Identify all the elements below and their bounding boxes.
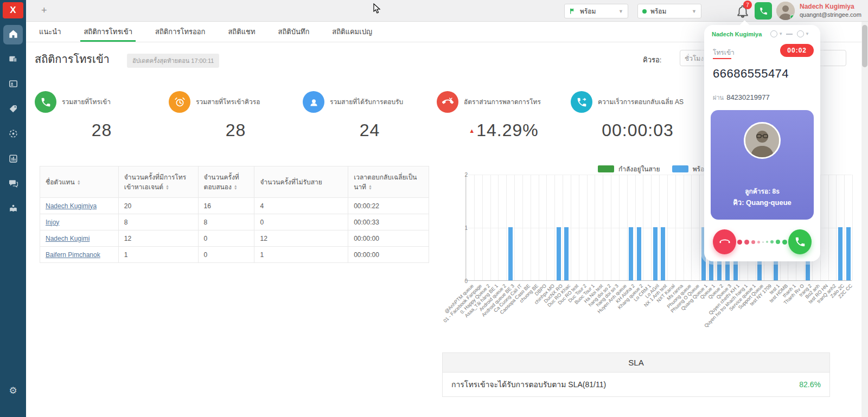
- col-avg-answer-time[interactable]: เวลาตอบกลับเฉลี่ยเป็นนาที▲▼: [348, 166, 429, 198]
- sidebar-item-campaign[interactable]: [3, 200, 23, 219]
- agent-link[interactable]: Nadech Kugimiya: [46, 202, 97, 210]
- chart-bar[interactable]: [846, 227, 851, 280]
- table-cell: 16: [198, 198, 254, 214]
- stat-label: รวมสายที่โทรเข้า: [62, 98, 111, 106]
- col-calls-to-agent[interactable]: จำนวนครั้งที่มีการโทรเข้าหาเอเจนต์▲▼: [118, 166, 198, 198]
- scrollbar-thumb[interactable]: [862, 25, 867, 67]
- stat-value: ▲14.29%: [437, 120, 571, 140]
- agent-link[interactable]: Baifern Pimchanok: [46, 251, 100, 259]
- sidebar-item-statistics[interactable]: [3, 150, 23, 169]
- chevron-down-icon: ▼: [618, 9, 623, 14]
- tab-campaign-stats[interactable]: สถิติแคมเปญ: [329, 22, 375, 42]
- chevron-down-icon[interactable]: ▼: [805, 31, 809, 36]
- incoming-call-tab[interactable]: โทรเข้า: [713, 47, 735, 57]
- sidebar-item-chat[interactable]: [3, 175, 23, 194]
- minimize-button[interactable]: [786, 34, 793, 35]
- chevron-down-icon[interactable]: ▼: [778, 31, 783, 36]
- scrollbar-track[interactable]: [861, 22, 868, 417]
- table-cell: 4: [254, 198, 348, 214]
- gridline: [474, 175, 475, 280]
- chart-bar[interactable]: [838, 227, 843, 280]
- sort-icon[interactable]: ▲▼: [165, 184, 169, 190]
- sidebar: X: [0, 0, 26, 417]
- tab-record-stats[interactable]: สถิติบันทึก: [275, 22, 312, 42]
- sidebar-item-company[interactable]: [3, 50, 23, 69]
- gridline: [554, 175, 555, 280]
- table-cell: 00:00:00: [348, 230, 429, 247]
- chart-bar[interactable]: [629, 227, 633, 280]
- legend-label-on-call[interactable]: กำลังอยู่ในสาย: [618, 164, 660, 174]
- status-dropdown-primary[interactable]: พร้อม ▼: [564, 4, 628, 18]
- legend-swatch-on-call[interactable]: [598, 165, 614, 172]
- call-via: ผ่าน84230219977: [713, 93, 770, 102]
- agent-link[interactable]: Nadech Kugimi: [46, 235, 90, 242]
- stat-value: 28: [169, 120, 303, 140]
- tab-chat-stats[interactable]: สถิติแชท: [225, 22, 258, 42]
- app-logo[interactable]: X: [3, 2, 23, 18]
- sidebar-item-tags[interactable]: [3, 100, 23, 119]
- chart-bar[interactable]: [508, 227, 513, 280]
- tab-intro[interactable]: แนะนำ: [36, 22, 64, 42]
- options-icon[interactable]: [797, 30, 804, 37]
- gridline: [667, 175, 668, 280]
- call-button[interactable]: [755, 2, 772, 20]
- table-cell: 00:00:33: [348, 214, 429, 230]
- stat-label: รวมสายที่ได้รับการตอบรับ: [330, 98, 403, 106]
- y-tick-label: 0: [464, 278, 468, 284]
- table-header-row: ชื่อตัวแทน▲▼ จำนวนครั้งที่มีการโทรเข้าหา…: [40, 166, 429, 198]
- gridline: [563, 175, 563, 280]
- accept-call-button[interactable]: [788, 229, 812, 254]
- stat-value: 00:00:03: [571, 120, 705, 140]
- agent-name-cell: Nadech Kugimiya: [40, 198, 119, 214]
- stat-card-missed-rate: อัตราส่วนการพลาดการโทร ▲14.29%: [437, 91, 571, 140]
- gridline: [482, 175, 483, 280]
- gridline: [836, 175, 837, 280]
- sidebar-item-home[interactable]: [3, 25, 23, 44]
- notifications-button[interactable]: 7: [736, 4, 750, 18]
- chart-bar[interactable]: [637, 227, 641, 280]
- chart-bar[interactable]: [661, 227, 665, 280]
- phone-icon: [794, 236, 806, 248]
- col-agent-name[interactable]: ชื่อตัวแทน▲▼: [40, 166, 119, 198]
- stat-card-avg-answer-speed: ความเร็วการตอบกลับเฉลี่ย AS 00:00:03: [571, 91, 705, 140]
- tab-outgoing-call-stats[interactable]: สถิติการโทรออก: [152, 22, 208, 42]
- sort-icon[interactable]: ▲▼: [368, 184, 372, 190]
- sidebar-item-contacts[interactable]: [3, 75, 23, 94]
- gridline: [659, 175, 660, 280]
- table-cell: 1: [118, 247, 198, 263]
- decline-call-button[interactable]: [713, 229, 736, 254]
- sort-icon[interactable]: ▲▼: [77, 179, 81, 185]
- status-dropdown-secondary[interactable]: พร้อม ▼: [637, 4, 701, 18]
- stat-value: 24: [303, 120, 437, 140]
- chart-bar[interactable]: [653, 227, 658, 280]
- queue-name: คิว: Quang-queue: [711, 197, 814, 208]
- tag-icon: [8, 104, 18, 116]
- notification-badge: 7: [743, 1, 752, 9]
- tab-incoming-call-stats[interactable]: สถิติการโทรเข้า: [80, 22, 136, 42]
- gridline: [852, 175, 853, 280]
- status-dot-icon: [642, 9, 647, 14]
- user-name: Nadech Kugimiya: [800, 3, 854, 10]
- col-answered[interactable]: จำนวนครั้งที่ตอบสนอง▲▼: [198, 166, 254, 198]
- call-timer: 00:02: [780, 44, 814, 57]
- agent-link[interactable]: Injoy: [46, 219, 59, 226]
- caller-avatar: [744, 122, 781, 159]
- agent-name-cell: Injoy: [40, 214, 119, 230]
- sidebar-item-target[interactable]: [3, 125, 23, 144]
- table-row: Baifern Pimchanok10100:00:00: [40, 247, 429, 263]
- legend-swatch-ready[interactable]: [672, 165, 688, 172]
- online-status-dot: [790, 15, 795, 20]
- settings-gear-icon[interactable]: ⚙: [0, 385, 26, 396]
- sort-icon[interactable]: ▲▼: [234, 184, 238, 190]
- contact-card-icon: [8, 79, 18, 91]
- gridline: [627, 175, 628, 280]
- alarm-clock-icon: [169, 91, 190, 113]
- gridline: [684, 175, 684, 280]
- chart-bar[interactable]: [557, 227, 561, 280]
- new-tab-button[interactable]: +: [41, 5, 47, 16]
- audio-device-icon[interactable]: [770, 30, 777, 37]
- user-avatar[interactable]: [776, 2, 795, 20]
- partial-hidden-input[interactable]: [816, 50, 846, 66]
- target-icon: [8, 129, 18, 141]
- chart-bar[interactable]: [564, 227, 569, 280]
